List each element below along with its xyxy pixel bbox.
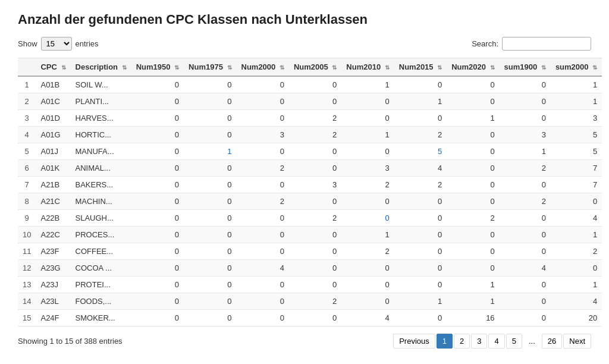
col-header-num2015[interactable]: Num2015 ⇅ [394,58,447,77]
cell-num2020: 0 [447,76,499,93]
cell-num2000: 0 [237,143,289,160]
pagination-next[interactable]: Next [563,334,591,349]
cell-num2020: 0 [447,193,499,210]
entries-select[interactable]: 10152550100 [41,37,72,51]
table-row: 4A01GHORTIC...003212035 [18,127,602,143]
col-header-index[interactable] [18,58,36,77]
cell-num2010: 3 [341,160,394,177]
cell-num2020: 0 [447,177,499,193]
col-header-num1950[interactable]: Num1950 ⇅ [131,58,184,77]
table-row: 15A24FSMOKER...00004016020 [18,310,602,327]
cell-sum2000: 1 [551,227,602,243]
cell-num2005: 0 [289,243,341,260]
cell-cpc: A23G [36,260,70,277]
search-label: Search: [472,39,498,48]
col-header-num2010[interactable]: Num2010 ⇅ [341,58,394,77]
col-header-cpc[interactable]: CPC ⇅ [36,58,70,77]
cell-cpc: A21B [36,177,70,193]
table-row: 11A23FCOFFEE...000020002 [18,243,602,260]
pagination-page-2[interactable]: 2 [454,334,470,349]
col-header-num2000[interactable]: Num2000 ⇅ [237,58,289,77]
pagination-page-4[interactable]: 4 [488,334,504,349]
col-header-num2020[interactable]: Num2020 ⇅ [447,58,499,77]
cell-description: PROCES... [71,227,131,243]
col-header-description[interactable]: Description ⇅ [71,58,131,77]
cell-sum1900: 0 [500,243,551,260]
cell-num2000: 0 [237,277,289,293]
cell-num1950: 0 [131,110,184,127]
cell-num2010: 0 [341,277,394,293]
table-row: 1A01BSOIL W...000010001 [18,76,602,93]
cell-description: HARVES... [71,110,131,127]
cell-num2015: 0 [394,193,447,210]
cell-num1975: 0 [184,193,236,210]
table-body: 1A01BSOIL W...0000100012A01CPLANTI...000… [18,76,602,327]
cell-index: 3 [18,110,36,127]
col-header-num2005[interactable]: Num2005 ⇅ [289,58,341,77]
cell-num2020: 0 [447,227,499,243]
cell-sum2000: 4 [551,210,602,227]
pagination-page-1[interactable]: 1 [437,334,453,349]
cell-num1975: 0 [184,227,236,243]
cell-num2010: 0 [341,110,394,127]
cell-num2010: 0 [341,260,394,277]
cell-num2000: 2 [237,160,289,177]
cell-index: 11 [18,243,36,260]
cell-num1975: 0 [184,277,236,293]
cell-sum2000: 1 [551,277,602,293]
cell-num1950: 0 [131,310,184,327]
col-header-sum2000[interactable]: sum2000 ⇅ [551,58,602,77]
cell-description: FOODS,... [71,293,131,310]
cell-num1950: 0 [131,293,184,310]
cell-index: 6 [18,160,36,177]
cell-num2020: 0 [447,143,499,160]
cell-num2015: 1 [394,93,447,110]
col-header-sum1900[interactable]: sum1900 ⇅ [500,58,551,77]
cell-description: SMOKER... [71,310,131,327]
cell-description: ANIMAL... [71,160,131,177]
cell-num2015: 2 [394,177,447,193]
pagination-previous[interactable]: Previous [393,334,435,349]
cell-num2010: 2 [341,243,394,260]
cell-num2020: 1 [447,293,499,310]
cell-num2010: 1 [341,127,394,143]
cell-cpc: A24F [36,310,70,327]
search-area: Search: [472,37,591,51]
pagination-page-3[interactable]: 3 [471,334,487,349]
cell-sum2000: 1 [551,93,602,110]
cell-num2005: 2 [289,210,341,227]
cell-num2015: 0 [394,76,447,93]
showing-text: Showing 1 to 15 of 388 entries [18,337,123,346]
cell-description: COFFEE... [71,243,131,260]
cell-description: BAKERS... [71,177,131,193]
table-row: 14A23LFOODS,...000201104 [18,293,602,310]
cell-num2010: 1 [341,227,394,243]
pagination-page-26[interactable]: 26 [542,334,562,349]
cell-num2010: 0 [341,193,394,210]
cell-num2010: 2 [341,177,394,193]
search-input[interactable] [502,37,591,51]
cell-num1975: 0 [184,177,236,193]
cell-num1950: 0 [131,127,184,143]
cell-num1975: 0 [184,293,236,310]
cell-num1975: 0 [184,76,236,93]
cell-description: PLANTI... [71,93,131,110]
cell-num1950: 0 [131,260,184,277]
cell-sum1900: 0 [500,210,551,227]
cell-num2000: 0 [237,227,289,243]
cell-num1975: 0 [184,210,236,227]
col-header-num1975[interactable]: Num1975 ⇅ [184,58,236,77]
cell-num2020: 0 [447,127,499,143]
cell-index: 4 [18,127,36,143]
table-row: 2A01CPLANTI...000001001 [18,93,602,110]
cell-index: 5 [18,143,36,160]
cell-num2015: 0 [394,210,447,227]
cell-index: 2 [18,93,36,110]
pagination-page-5[interactable]: 5 [506,334,522,349]
cell-num2010: 0 [341,93,394,110]
cell-num2020: 0 [447,260,499,277]
cell-num2000: 2 [237,193,289,210]
cell-num1950: 0 [131,76,184,93]
cell-description: COCOA ... [71,260,131,277]
cell-cpc: A01J [36,143,70,160]
